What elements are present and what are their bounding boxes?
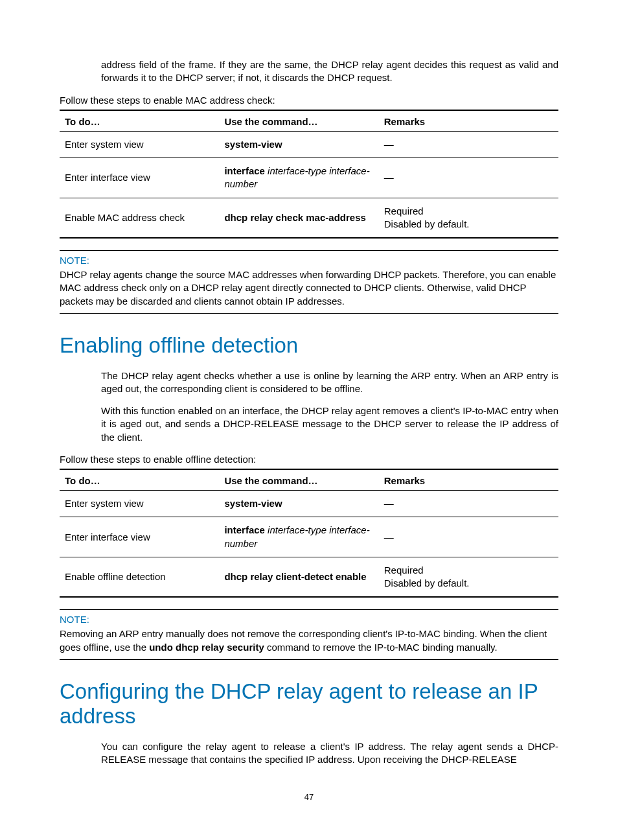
cell-cmd: interface interface-type interface-numbe… (219, 517, 378, 557)
table2-caption: Follow these steps to enable offline det… (60, 453, 558, 466)
page-number: 47 (60, 792, 558, 802)
table-header-row: To do… Use the command… Remarks (60, 110, 558, 132)
th-todo: To do… (60, 110, 219, 132)
note-box-1: NOTE: DHCP relay agents change the sourc… (60, 250, 558, 314)
cmd-text: dhcp relay client-detect enable (224, 571, 366, 582)
cmd-text: interface (224, 165, 265, 176)
cell-cmd: dhcp relay client-detect enable (219, 557, 378, 597)
cell-todo: Enter system view (60, 491, 219, 517)
cmd-text: system-view (224, 139, 282, 150)
table-mac-check: To do… Use the command… Remarks Enter sy… (60, 110, 558, 239)
cmd-text: system-view (224, 498, 282, 509)
table-offline-detection: To do… Use the command… Remarks Enter sy… (60, 469, 558, 598)
document-page: address field of the frame. If they are … (0, 0, 618, 828)
table-row: Enable MAC address check dhcp relay chec… (60, 198, 558, 238)
cell-todo: Enter interface view (60, 158, 219, 198)
note-bold: undo dhcp relay security (149, 642, 264, 653)
heading-offline-detection: Enabling offline detection (60, 333, 558, 358)
cell-remarks: — (379, 491, 558, 517)
body-block: You can configure the relay agent to rel… (60, 740, 558, 767)
heading-release-ip: Configuring the DHCP relay agent to rele… (60, 679, 558, 729)
th-command: Use the command… (219, 110, 378, 132)
note-label: NOTE: (60, 614, 558, 625)
paragraph: The DHCP relay agent checks whether a us… (101, 369, 558, 396)
paragraph: You can configure the relay agent to rel… (101, 740, 558, 767)
note-label: NOTE: (60, 255, 558, 266)
body-block: The DHCP relay agent checks whether a us… (60, 369, 558, 444)
th-command: Use the command… (219, 469, 378, 491)
cell-remarks: — (379, 517, 558, 557)
cmd-text: dhcp relay check mac-address (224, 212, 365, 223)
th-remarks: Remarks (379, 469, 558, 491)
table-row: Enter system view system-view — (60, 491, 558, 517)
cell-remarks: — (379, 158, 558, 198)
table1-caption: Follow these steps to enable MAC address… (60, 94, 558, 107)
remark-line2: Disabled by default. (384, 218, 553, 231)
cmd-text: interface (224, 524, 265, 535)
cell-todo: Enable offline detection (60, 557, 219, 597)
remark-line1: Required (384, 564, 553, 577)
paragraph: With this function enabled on an interfa… (101, 404, 558, 444)
note-post: command to remove the IP-to-MAC binding … (264, 642, 498, 653)
table-header-row: To do… Use the command… Remarks (60, 469, 558, 491)
note-box-2: NOTE: Removing an ARP entry manually doe… (60, 609, 558, 660)
remark-line2: Disabled by default. (384, 577, 553, 590)
cell-cmd: dhcp relay check mac-address (219, 198, 378, 238)
paragraph-intro: address field of the frame. If they are … (101, 58, 558, 85)
cell-cmd: interface interface-type interface-numbe… (219, 158, 378, 198)
table-row: Enter interface view interface interface… (60, 517, 558, 557)
remark-line1: Required (384, 205, 553, 218)
table-row: Enter interface view interface interface… (60, 158, 558, 198)
cell-remarks: — (379, 131, 558, 158)
note-text: DHCP relay agents change the source MAC … (60, 268, 558, 308)
cell-todo: Enter interface view (60, 517, 219, 557)
table-row: Enable offline detection dhcp relay clie… (60, 557, 558, 597)
cell-cmd: system-view (219, 491, 378, 517)
cell-todo: Enable MAC address check (60, 198, 219, 238)
cell-cmd: system-view (219, 131, 378, 158)
body-block: address field of the frame. If they are … (60, 58, 558, 85)
cell-todo: Enter system view (60, 131, 219, 158)
cell-remarks: Required Disabled by default. (379, 198, 558, 238)
note-text: Removing an ARP entry manually does not … (60, 627, 558, 654)
cell-remarks: Required Disabled by default. (379, 557, 558, 597)
table-row: Enter system view system-view — (60, 131, 558, 158)
th-remarks: Remarks (379, 110, 558, 132)
th-todo: To do… (60, 469, 219, 491)
